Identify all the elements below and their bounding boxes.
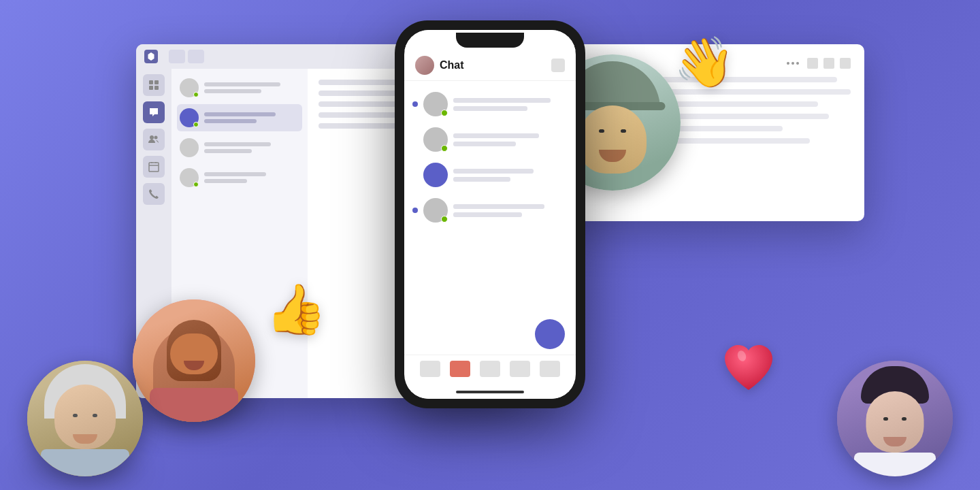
window-close[interactable] — [840, 58, 851, 69]
forward-button[interactable] — [188, 50, 204, 63]
avatar — [180, 168, 199, 187]
avatar — [423, 92, 448, 116]
dot — [791, 62, 794, 65]
chat-preview-line — [204, 89, 261, 93]
dots-menu[interactable] — [787, 62, 799, 65]
status-dot — [441, 145, 448, 152]
unread-dot — [412, 101, 418, 107]
name-line — [453, 204, 544, 209]
wave-emoji: 👋 — [674, 37, 735, 86]
chat-text — [204, 142, 299, 153]
avatar — [180, 78, 199, 97]
phone-menu-button[interactable] — [551, 59, 565, 72]
chat-name-line — [204, 112, 276, 116]
dot — [787, 62, 789, 65]
avatar-woman1 — [27, 361, 143, 476]
preview-line — [453, 177, 510, 182]
window-minimize[interactable] — [807, 58, 818, 69]
name-line — [453, 169, 534, 174]
avatar — [423, 198, 448, 223]
status-dot — [441, 216, 448, 223]
chat-text — [453, 98, 568, 111]
chat-text — [453, 169, 568, 182]
phone-notch — [456, 33, 524, 48]
name-line — [453, 98, 551, 103]
avatar-man1 — [133, 299, 255, 422]
chat-text — [204, 172, 299, 183]
chat-preview-line — [204, 179, 247, 183]
chat-text — [453, 133, 568, 146]
chat-name-line — [204, 142, 271, 146]
sidebar-item-calls[interactable] — [143, 183, 165, 205]
status-dot — [193, 122, 199, 127]
phone-mockup: Chat — [395, 20, 585, 408]
chat-text — [204, 112, 299, 123]
sidebar-item-calendar[interactable] — [143, 156, 165, 178]
tab-item-active[interactable] — [450, 361, 470, 377]
tab-item[interactable] — [480, 361, 500, 377]
avatar-woman2 — [837, 361, 953, 476]
phone-tab-bar — [404, 355, 576, 385]
tab-item[interactable] — [510, 361, 530, 377]
heart-emoji — [721, 344, 776, 402]
name-line — [453, 133, 539, 138]
preview-line — [453, 142, 516, 146]
status-dot — [441, 110, 448, 116]
nav-buttons — [169, 50, 204, 63]
avatar — [423, 127, 448, 152]
list-item[interactable] — [410, 122, 570, 157]
list-item[interactable] — [177, 164, 302, 191]
list-item[interactable] — [410, 86, 570, 122]
chat-name-line — [204, 172, 266, 176]
list-item[interactable] — [177, 104, 302, 131]
chat-preview-line — [204, 149, 252, 153]
status-dot — [193, 182, 199, 187]
list-item[interactable] — [177, 74, 302, 101]
sidebar-item-chat[interactable] — [143, 101, 165, 123]
dot — [796, 62, 799, 65]
svg-rect-1 — [154, 80, 159, 84]
teams-icon — [144, 50, 158, 63]
back-button[interactable] — [169, 50, 185, 63]
sidebar-item-teams[interactable] — [143, 129, 165, 150]
avatar — [180, 108, 199, 127]
chat-text — [453, 204, 568, 217]
svg-rect-0 — [149, 80, 153, 84]
phone-header: Chat — [404, 50, 576, 81]
svg-point-4 — [150, 135, 154, 140]
svg-rect-3 — [154, 86, 159, 90]
status-dot — [193, 92, 199, 97]
avatar — [423, 163, 448, 187]
chat-name-line — [204, 82, 280, 86]
preview-line — [453, 106, 527, 111]
compose-button[interactable] — [535, 319, 565, 349]
window-maximize[interactable] — [823, 58, 834, 69]
phone-title: Chat — [440, 59, 464, 71]
tab-item[interactable] — [420, 361, 440, 377]
preview-line — [453, 212, 522, 217]
compose-area — [404, 314, 576, 355]
chat-preview-line — [204, 119, 257, 123]
home-bar — [456, 391, 524, 393]
thumbs-up-emoji: 👍 — [265, 284, 327, 333]
phone-screen: Chat — [404, 30, 576, 399]
svg-rect-2 — [149, 86, 153, 90]
chat-text — [204, 82, 299, 93]
sidebar-item-grid[interactable] — [143, 74, 165, 96]
phone-notch-area — [404, 30, 576, 50]
tab-item[interactable] — [540, 361, 560, 377]
avatar — [180, 138, 199, 157]
list-item[interactable] — [410, 193, 570, 228]
phone-avatar — [415, 56, 434, 75]
home-indicator-area — [404, 385, 576, 399]
svg-rect-6 — [149, 163, 159, 172]
phone-chat-list — [404, 81, 576, 314]
list-item[interactable] — [410, 157, 570, 193]
list-item[interactable] — [177, 134, 302, 161]
unread-dot — [412, 208, 418, 213]
svg-point-5 — [154, 136, 158, 140]
